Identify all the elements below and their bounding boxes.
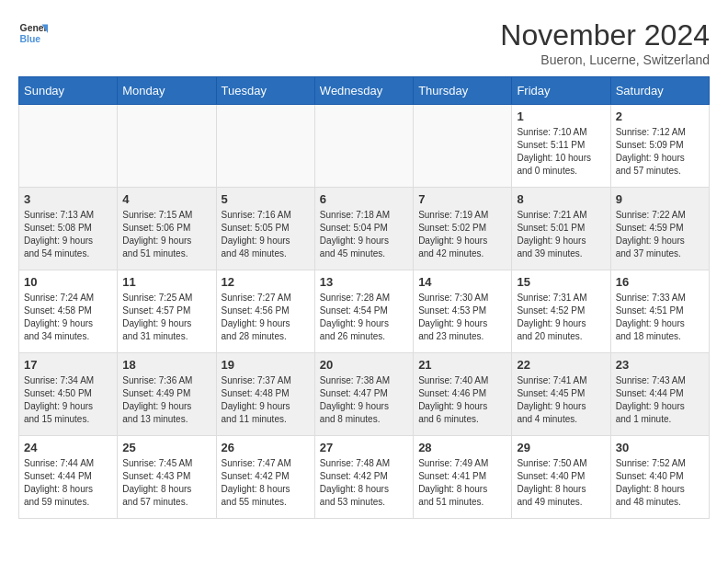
day-number: 29 [517,441,605,454]
week-row-5: 24Sunrise: 7:44 AMSunset: 4:44 PMDayligh… [19,436,710,519]
calendar-cell: 10Sunrise: 7:24 AMSunset: 4:58 PMDayligh… [19,270,118,353]
calendar-cell: 24Sunrise: 7:44 AMSunset: 4:44 PMDayligh… [19,436,118,519]
calendar-cell [216,105,314,188]
day-number: 3 [24,192,112,206]
week-row-2: 3Sunrise: 7:13 AMSunset: 5:08 PMDaylight… [19,188,710,270]
calendar-cell: 18Sunrise: 7:36 AMSunset: 4:49 PMDayligh… [118,353,216,436]
day-number: 20 [320,358,408,372]
calendar-cell: 28Sunrise: 7:49 AMSunset: 4:41 PMDayligh… [414,436,512,519]
calendar-cell: 30Sunrise: 7:52 AMSunset: 4:40 PMDayligh… [610,436,709,519]
calendar-cell: 9Sunrise: 7:22 AMSunset: 4:59 PMDaylight… [610,188,709,270]
calendar-cell: 19Sunrise: 7:37 AMSunset: 4:48 PMDayligh… [216,353,314,436]
day-number: 9 [616,192,704,206]
day-header-tuesday: Tuesday [216,77,314,105]
day-number: 15 [517,275,605,289]
day-number: 22 [517,358,605,372]
day-info: Sunrise: 7:19 AMSunset: 5:02 PMDaylight:… [418,209,506,260]
day-number: 27 [320,441,408,454]
day-info: Sunrise: 7:10 AMSunset: 5:11 PMDaylight:… [517,126,605,178]
day-header-wednesday: Wednesday [314,77,413,105]
calendar-cell: 16Sunrise: 7:33 AMSunset: 4:51 PMDayligh… [610,270,709,353]
day-info: Sunrise: 7:22 AMSunset: 4:59 PMDaylight:… [616,209,704,260]
calendar-cell: 5Sunrise: 7:16 AMSunset: 5:05 PMDaylight… [216,188,314,270]
day-info: Sunrise: 7:48 AMSunset: 4:42 PMDaylight:… [320,457,408,509]
day-info: Sunrise: 7:28 AMSunset: 4:54 PMDaylight:… [320,292,408,343]
day-number: 16 [616,275,704,289]
day-info: Sunrise: 7:12 AMSunset: 5:09 PMDaylight:… [616,126,704,178]
calendar-cell: 21Sunrise: 7:40 AMSunset: 4:46 PMDayligh… [414,353,512,436]
day-info: Sunrise: 7:31 AMSunset: 4:52 PMDaylight:… [517,292,605,343]
day-info: Sunrise: 7:45 AMSunset: 4:43 PMDaylight:… [122,457,210,509]
day-info: Sunrise: 7:24 AMSunset: 4:58 PMDaylight:… [24,292,112,343]
day-number: 6 [320,192,408,206]
day-number: 18 [122,358,210,372]
day-info: Sunrise: 7:41 AMSunset: 4:45 PMDaylight:… [517,374,605,426]
calendar-cell [19,105,118,188]
day-number: 17 [24,358,112,372]
calendar-cell [118,105,216,188]
day-info: Sunrise: 7:13 AMSunset: 5:08 PMDaylight:… [24,209,112,260]
calendar-cell: 6Sunrise: 7:18 AMSunset: 5:04 PMDaylight… [314,188,413,270]
calendar-cell: 25Sunrise: 7:45 AMSunset: 4:43 PMDayligh… [118,436,216,519]
day-number: 21 [418,358,506,372]
day-info: Sunrise: 7:16 AMSunset: 5:05 PMDaylight:… [222,209,310,260]
logo-icon: General Blue [18,18,48,48]
day-info: Sunrise: 7:49 AMSunset: 4:41 PMDaylight:… [418,457,506,509]
week-row-3: 10Sunrise: 7:24 AMSunset: 4:58 PMDayligh… [19,270,710,353]
day-header-sunday: Sunday [19,77,118,105]
day-number: 23 [616,358,704,372]
calendar-cell: 27Sunrise: 7:48 AMSunset: 4:42 PMDayligh… [314,436,413,519]
calendar-cell: 15Sunrise: 7:31 AMSunset: 4:52 PMDayligh… [512,270,610,353]
logo: General Blue [18,18,48,48]
day-number: 28 [418,441,506,454]
day-number: 14 [418,275,506,289]
day-number: 24 [24,441,112,454]
calendar-cell: 29Sunrise: 7:50 AMSunset: 4:40 PMDayligh… [512,436,610,519]
day-number: 5 [222,192,310,206]
day-number: 10 [24,275,112,289]
day-number: 4 [122,192,210,206]
day-number: 12 [222,275,310,289]
day-number: 26 [222,441,310,454]
day-header-friday: Friday [512,77,610,105]
week-row-4: 17Sunrise: 7:34 AMSunset: 4:50 PMDayligh… [19,353,710,436]
calendar-cell: 22Sunrise: 7:41 AMSunset: 4:45 PMDayligh… [512,353,610,436]
day-info: Sunrise: 7:15 AMSunset: 5:06 PMDaylight:… [122,209,210,260]
day-info: Sunrise: 7:37 AMSunset: 4:48 PMDaylight:… [222,374,310,426]
day-info: Sunrise: 7:50 AMSunset: 4:40 PMDaylight:… [517,457,605,509]
calendar-cell: 11Sunrise: 7:25 AMSunset: 4:57 PMDayligh… [118,270,216,353]
main-title: November 2024 [500,18,710,52]
day-info: Sunrise: 7:18 AMSunset: 5:04 PMDaylight:… [320,209,408,260]
calendar-cell: 13Sunrise: 7:28 AMSunset: 4:54 PMDayligh… [314,270,413,353]
day-info: Sunrise: 7:33 AMSunset: 4:51 PMDaylight:… [616,292,704,343]
day-number: 1 [517,109,605,123]
svg-text:Blue: Blue [20,34,41,44]
calendar-cell: 12Sunrise: 7:27 AMSunset: 4:56 PMDayligh… [216,270,314,353]
day-info: Sunrise: 7:30 AMSunset: 4:53 PMDaylight:… [418,292,506,343]
day-info: Sunrise: 7:34 AMSunset: 4:50 PMDaylight:… [24,374,112,426]
header: General Blue November 2024 Bueron, Lucer… [18,18,710,67]
calendar-cell: 17Sunrise: 7:34 AMSunset: 4:50 PMDayligh… [19,353,118,436]
day-info: Sunrise: 7:40 AMSunset: 4:46 PMDaylight:… [418,374,506,426]
day-number: 30 [616,441,704,454]
day-info: Sunrise: 7:36 AMSunset: 4:49 PMDaylight:… [122,374,210,426]
calendar-cell: 2Sunrise: 7:12 AMSunset: 5:09 PMDaylight… [610,105,709,188]
day-number: 7 [418,192,506,206]
day-header-monday: Monday [118,77,216,105]
day-info: Sunrise: 7:44 AMSunset: 4:44 PMDaylight:… [24,457,112,509]
title-area: November 2024 Bueron, Lucerne, Switzerla… [500,18,710,67]
day-number: 19 [222,358,310,372]
calendar-header-row: SundayMondayTuesdayWednesdayThursdayFrid… [19,77,710,105]
day-number: 2 [616,109,704,123]
subtitle: Bueron, Lucerne, Switzerland [500,52,710,67]
calendar-cell: 7Sunrise: 7:19 AMSunset: 5:02 PMDaylight… [414,188,512,270]
day-info: Sunrise: 7:47 AMSunset: 4:42 PMDaylight:… [222,457,310,509]
calendar-cell [314,105,413,188]
day-number: 11 [122,275,210,289]
calendar-cell: 23Sunrise: 7:43 AMSunset: 4:44 PMDayligh… [610,353,709,436]
calendar-cell: 1Sunrise: 7:10 AMSunset: 5:11 PMDaylight… [512,105,610,188]
calendar-cell: 14Sunrise: 7:30 AMSunset: 4:53 PMDayligh… [414,270,512,353]
day-info: Sunrise: 7:21 AMSunset: 5:01 PMDaylight:… [517,209,605,260]
day-header-thursday: Thursday [414,77,512,105]
day-number: 8 [517,192,605,206]
